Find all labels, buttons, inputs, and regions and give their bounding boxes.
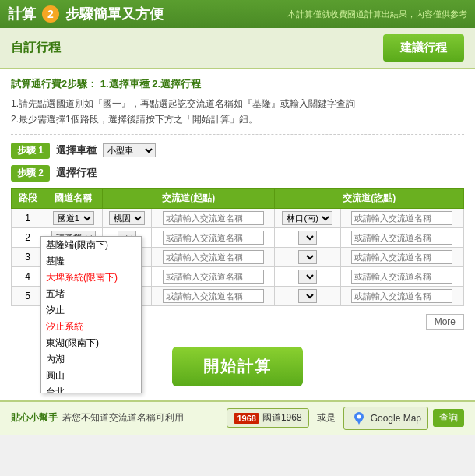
route-table-section: 路段 國道名稱 交流道(起點) 交流道(訖點) 1 國道1 國道2 國道3 國	[11, 188, 464, 306]
dropdown-list: 基隆端(限南下) 基隆 大埤系統(限南下) 五堵 汐止 汐止系統 東湖(限南下)…	[41, 237, 141, 393]
gmap-container[interactable]: Google Map	[343, 407, 428, 430]
end-input-cell-2	[340, 227, 463, 247]
col-header-name: 國道名稱	[44, 188, 103, 208]
dropdown-item[interactable]: 五堵	[41, 286, 141, 302]
instructions: 1.請先點選國道別如『國一』，再點選起訖交流道名稱如『基隆』或輸入關鍵字查詢 2…	[11, 96, 464, 135]
end-input-cell-3	[340, 247, 463, 266]
end-select-cell-1: 林口(南) 林口(北)	[275, 208, 340, 227]
end-select-2[interactable]	[298, 231, 317, 245]
dropdown-item highlight-red[interactable]: 大埤系統(限南下)	[41, 270, 141, 286]
dropdown-item[interactable]: 內湖	[41, 351, 141, 368]
row-num: 4	[12, 266, 44, 286]
col-header-end: 交流道(訖點)	[275, 188, 464, 208]
vehicle-type-select[interactable]: 小型車 大型車 重型機車	[103, 143, 156, 157]
steps-title: 試算通行費2步驟： 1.選擇車種 2.選擇行程	[11, 77, 464, 91]
start-input-cell-4	[151, 266, 274, 286]
step-badge: 2	[42, 5, 59, 23]
col-header-road: 路段	[12, 188, 44, 208]
dropdown-item[interactable]: 基隆	[41, 253, 141, 270]
end-input-cell-5	[340, 286, 463, 305]
end-select-cell-5	[275, 286, 340, 305]
end-input-2[interactable]	[351, 231, 452, 245]
footer-label: 貼心小幫手	[11, 411, 58, 425]
instruction-line-1: 1.請先點選國道別如『國一』，再點選起訖交流道名稱如『基隆』或輸入關鍵字查詢	[11, 96, 464, 111]
end-input-5[interactable]	[351, 289, 452, 303]
start-select-cell-1: 桃園	[103, 208, 152, 227]
start-input-cell-3	[151, 247, 274, 266]
row-num: 3	[12, 247, 44, 266]
gmap-icon	[350, 410, 368, 427]
more-button[interactable]: More	[426, 314, 464, 330]
svg-point-2	[357, 414, 361, 418]
link-1968-container[interactable]: 1968 國道1968	[227, 408, 308, 428]
step1-badge: 步驟 1	[11, 143, 50, 159]
step2-row: 步驟 2 選擇行程	[11, 165, 464, 182]
dropdown-item[interactable]: 東湖(限南下)	[41, 335, 141, 351]
main-content: 試算通行費2步驟： 1.選擇車種 2.選擇行程 1.請先點選國道別如『國一』，再…	[0, 69, 475, 400]
footer-text: 若您不知道交流道名稱可利用	[62, 411, 222, 425]
query-button[interactable]: 查詢	[433, 409, 464, 427]
table-row: 1 國道1 國道2 國道3 國道5 桃園	[12, 208, 464, 227]
start-input-cell-5	[151, 286, 274, 305]
header-title-suffix: 步驟簡單又方便	[65, 5, 164, 23]
start-select-1[interactable]: 桃園	[109, 211, 145, 225]
gmap-label: Google Map	[371, 413, 421, 424]
sub-header: 自訂行程 建議行程	[0, 28, 475, 69]
road-select-cell: 國道1 國道2 國道3 國道5	[44, 208, 103, 227]
end-select-cell-4	[275, 266, 340, 286]
page-header: 計算 2 步驟簡單又方便 本計算僅就收費國道計算出結果，內容僅供參考	[0, 0, 475, 28]
header-note: 本計算僅就收費國道計算出結果，內容僅供參考	[287, 9, 467, 20]
start-input-3[interactable]	[163, 250, 264, 264]
row-num: 5	[12, 286, 44, 305]
dropdown-item[interactable]: 圓山	[41, 368, 141, 384]
start-input-2[interactable]	[163, 231, 264, 245]
step1-label: 選擇車種	[56, 143, 97, 157]
start-input-cell-2	[151, 227, 274, 247]
link-1968-label: 國道1968	[262, 411, 302, 425]
end-input-3[interactable]	[351, 250, 452, 264]
start-input-cell-1	[151, 208, 274, 227]
step2-label: 選擇行程	[56, 166, 97, 180]
start-input-5[interactable]	[163, 289, 264, 303]
end-select-1[interactable]: 林口(南) 林口(北)	[282, 211, 332, 225]
row-num: 1	[12, 208, 44, 227]
row-num: 2	[12, 227, 44, 247]
svg-marker-1	[357, 420, 361, 425]
road-select-1[interactable]: 國道1 國道2 國道3 國道5	[53, 211, 94, 225]
step1-row: 步驟 1 選擇車種 小型車 大型車 重型機車	[11, 143, 464, 159]
dropdown-item[interactable]: 汐止	[41, 302, 141, 319]
road-name-dropdown[interactable]: 基隆端(限南下) 基隆 大埤系統(限南下) 五堵 汐止 汐止系統 東湖(限南下)…	[40, 236, 142, 393]
footer: 貼心小幫手 若您不知道交流道名稱可利用 1968 國道1968 或是 Googl…	[0, 400, 475, 435]
header-title-prefix: 計算	[8, 5, 36, 23]
end-input-4[interactable]	[351, 270, 452, 284]
calc-button[interactable]: 開始計算	[172, 347, 303, 386]
end-input-cell-1	[340, 208, 463, 227]
end-select-5[interactable]	[298, 289, 317, 303]
dropdown-item highlight-red[interactable]: 汐止系統	[41, 319, 141, 335]
dropdown-item[interactable]: 基隆端(限南下)	[41, 237, 141, 253]
start-input-1[interactable]	[163, 211, 264, 225]
instruction-line-2: 2.最少需選擇1個路段，選擇後請按下方之「開始計算」鈕。	[11, 111, 464, 127]
step2-badge: 步驟 2	[11, 165, 50, 182]
dropdown-item[interactable]: 台北	[41, 384, 141, 393]
col-header-start: 交流道(起點)	[103, 188, 275, 208]
end-select-3[interactable]	[298, 250, 317, 264]
end-select-cell-3	[275, 247, 340, 266]
sub-header-title: 自訂行程	[11, 40, 61, 56]
end-select-4[interactable]	[298, 270, 317, 284]
start-input-4[interactable]	[163, 270, 264, 284]
footer-or: 或是	[317, 411, 336, 425]
recommend-button[interactable]: 建議行程	[383, 34, 464, 62]
badge-1968: 1968	[234, 413, 259, 424]
end-select-cell-2	[275, 227, 340, 247]
end-input-1[interactable]	[351, 211, 452, 225]
end-input-cell-4	[340, 266, 463, 286]
